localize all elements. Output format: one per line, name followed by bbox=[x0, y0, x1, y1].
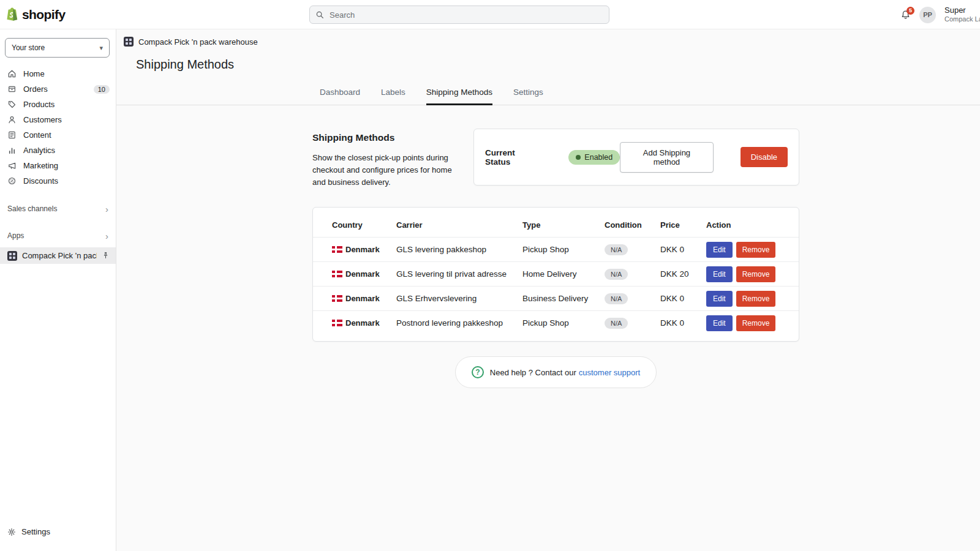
notifications-button[interactable]: 5 bbox=[900, 10, 911, 20]
help-area: ? Need help ? Contact our customer suppo… bbox=[312, 356, 799, 388]
type-cell: Home Delivery bbox=[522, 269, 605, 279]
edit-button[interactable]: Edit bbox=[706, 291, 733, 307]
sidebar-item-content[interactable]: Content bbox=[0, 127, 116, 143]
disable-button[interactable]: Disable bbox=[741, 147, 788, 167]
sidebar-item-orders[interactable]: Orders 10 bbox=[0, 81, 116, 97]
country-cell: Denmark bbox=[332, 269, 396, 279]
section-description: Show the closest pick-up points during c… bbox=[312, 152, 466, 189]
table-row: Denmark GLS levering til privat adresse … bbox=[313, 261, 799, 286]
price-cell: DKK 0 bbox=[660, 318, 706, 328]
store-selector-label: Your store bbox=[12, 43, 45, 52]
compack-app-icon bbox=[124, 37, 134, 47]
price-cell: DKK 0 bbox=[660, 294, 706, 303]
country-cell: Denmark bbox=[332, 294, 396, 303]
app-header: Compack Pick 'n pack warehouse bbox=[116, 29, 980, 47]
page-title: Shipping Methods bbox=[136, 58, 980, 72]
sidebar-item-compack-app[interactable]: Compack Pick 'n pack... bbox=[0, 247, 116, 264]
type-cell: Business Delivery bbox=[522, 294, 605, 303]
condition-cell: N/A bbox=[605, 244, 660, 255]
notification-count-badge: 5 bbox=[907, 7, 914, 15]
sidebar-item-label: Orders bbox=[23, 84, 48, 94]
sidebar-item-customers[interactable]: Customers bbox=[0, 112, 116, 127]
carrier-cell: Postnord levering pakkeshop bbox=[396, 318, 522, 328]
app-title: Compack Pick 'n pack warehouse bbox=[138, 37, 258, 47]
sidebar-item-discounts[interactable]: Discounts bbox=[0, 173, 116, 189]
carrier-cell: GLS Erhvervslevering bbox=[396, 294, 522, 303]
shipping-methods-table: Country Carrier Type Condition Price Act… bbox=[312, 207, 799, 342]
customer-support-link[interactable]: customer support bbox=[579, 368, 640, 377]
sidebar-item-label: Marketing bbox=[23, 161, 58, 170]
global-search bbox=[309, 6, 609, 24]
main-area: Compack Pick 'n pack warehouse Shipping … bbox=[116, 29, 980, 551]
denmark-flag-icon bbox=[332, 295, 342, 302]
sidebar-section-sales-channels[interactable]: Sales channels › bbox=[0, 202, 116, 216]
shopify-bag-icon bbox=[4, 7, 19, 23]
tab-dashboard[interactable]: Dashboard bbox=[320, 88, 360, 105]
edit-button[interactable]: Edit bbox=[706, 242, 733, 258]
country-label: Denmark bbox=[345, 269, 380, 279]
country-label: Denmark bbox=[345, 245, 380, 254]
country-label: Denmark bbox=[345, 318, 380, 328]
tab-settings[interactable]: Settings bbox=[513, 88, 543, 105]
orders-icon bbox=[7, 84, 17, 94]
country-cell: Denmark bbox=[332, 245, 396, 254]
sidebar-item-label: Home bbox=[23, 69, 45, 78]
country-cell: Denmark bbox=[332, 318, 396, 328]
remove-button[interactable]: Remove bbox=[736, 266, 776, 282]
settings-label: Settings bbox=[21, 527, 50, 536]
sidebar-item-label: Products bbox=[23, 100, 55, 109]
topbar: shopify 5 PP Super Compack La bbox=[0, 0, 980, 29]
table-row: Denmark GLS levering pakkeshop Pickup Sh… bbox=[313, 237, 799, 261]
compack-app-label: Compack Pick 'n pack... bbox=[22, 251, 97, 260]
actions-cell: Edit Remove bbox=[706, 242, 793, 258]
edit-button[interactable]: Edit bbox=[706, 266, 733, 282]
remove-button[interactable]: Remove bbox=[736, 291, 776, 307]
price-cell: DKK 0 bbox=[660, 245, 706, 254]
denmark-flag-icon bbox=[332, 271, 342, 277]
avatar[interactable]: PP bbox=[919, 7, 936, 23]
section-intro: Shipping Methods Show the closest pick-u… bbox=[312, 129, 466, 189]
sidebar-item-label: Analytics bbox=[23, 146, 55, 155]
edit-button[interactable]: Edit bbox=[706, 315, 733, 331]
condition-cell: N/A bbox=[605, 269, 660, 280]
sidebar-section-apps[interactable]: Apps › bbox=[0, 229, 116, 242]
chevron-down-icon: ▾ bbox=[99, 44, 103, 52]
header-price: Price bbox=[660, 220, 706, 230]
remove-button[interactable]: Remove bbox=[736, 315, 776, 331]
sidebar-item-label: Content bbox=[23, 130, 51, 140]
header-carrier: Carrier bbox=[396, 220, 522, 230]
actions-cell: Edit Remove bbox=[706, 315, 793, 331]
topbar-right: 5 PP Super Compack La bbox=[900, 0, 980, 29]
status-badge: Enabled bbox=[568, 150, 620, 165]
table-row: Denmark Postnord levering pakkeshop Pick… bbox=[313, 310, 799, 335]
chevron-right-icon: › bbox=[105, 204, 108, 214]
tab-shipping-methods[interactable]: Shipping Methods bbox=[426, 88, 492, 105]
remove-button[interactable]: Remove bbox=[736, 242, 776, 258]
store-selector[interactable]: Your store ▾ bbox=[5, 38, 110, 58]
denmark-flag-icon bbox=[332, 320, 342, 326]
condition-badge: N/A bbox=[605, 293, 628, 304]
current-status-label: Current Status bbox=[485, 148, 541, 167]
user-menu[interactable]: Super Compack La bbox=[944, 6, 980, 24]
shopify-logo[interactable]: shopify bbox=[0, 7, 65, 23]
search-input[interactable] bbox=[309, 6, 609, 24]
tab-labels[interactable]: Labels bbox=[381, 88, 405, 105]
sidebar-item-products[interactable]: Products bbox=[0, 97, 116, 112]
pin-icon[interactable] bbox=[102, 252, 110, 260]
carrier-cell: GLS levering til privat adresse bbox=[396, 269, 522, 279]
sidebar: Your store ▾ Home Orders 10 Products bbox=[0, 29, 116, 551]
sidebar-item-marketing[interactable]: Marketing bbox=[0, 158, 116, 173]
section-heading: Shipping Methods bbox=[312, 132, 466, 143]
sidebar-item-settings[interactable]: Settings bbox=[7, 527, 50, 536]
add-shipping-method-button[interactable]: Add Shipping method bbox=[620, 142, 713, 173]
compack-app-icon bbox=[7, 251, 17, 261]
marketing-icon bbox=[7, 161, 17, 171]
condition-badge: N/A bbox=[605, 318, 628, 329]
help-text: Need help ? Contact our bbox=[490, 368, 576, 377]
condition-badge: N/A bbox=[605, 269, 628, 280]
sidebar-item-home[interactable]: Home bbox=[0, 66, 116, 81]
actions-cell: Edit Remove bbox=[706, 266, 793, 282]
sidebar-item-analytics[interactable]: Analytics bbox=[0, 143, 116, 158]
condition-badge: N/A bbox=[605, 244, 628, 255]
denmark-flag-icon bbox=[332, 246, 342, 253]
